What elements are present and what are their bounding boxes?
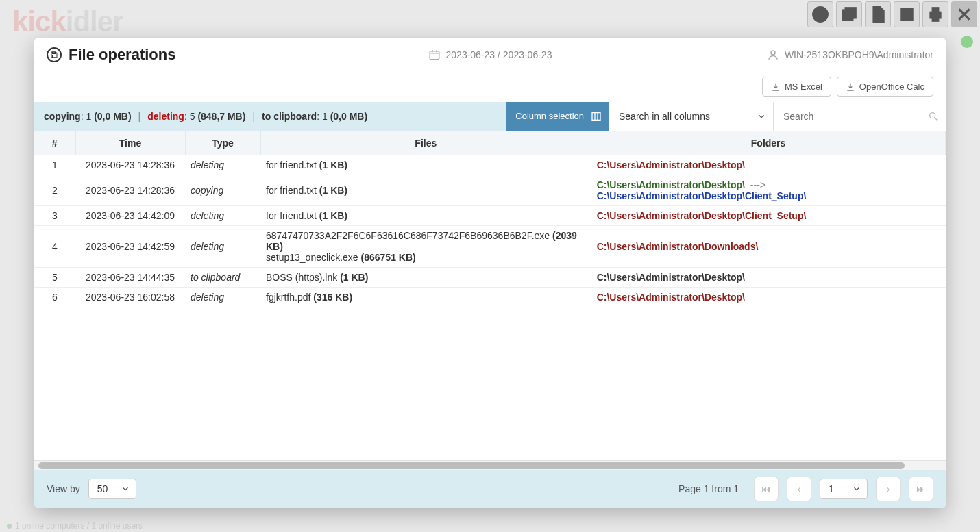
table-row[interactable]: 42023-06-23 14:42:59deleting68747470733A… (34, 226, 946, 268)
cell-files: for friend.txt (1 KB) (260, 175, 591, 206)
page-next-button[interactable]: › (876, 477, 901, 501)
online-indicator-icon (961, 36, 973, 48)
chevron-down-icon (121, 484, 130, 494)
close-icon[interactable] (951, 1, 977, 27)
status-bar-text: 1 online computers / 1 online users (7, 521, 143, 531)
search-input[interactable] (783, 111, 922, 122)
cell-folders: C:\Users\Administrator\Desktop\ (591, 268, 946, 288)
cell-type: deleting (185, 155, 260, 175)
cell-number: 2 (34, 175, 75, 206)
cell-files: BOSS (https).lnk (1 KB) (260, 268, 591, 288)
download-icon (771, 82, 781, 92)
view-by-label: View by (47, 483, 80, 494)
cell-folders: C:\Users\Administrator\Desktop\Client_Se… (591, 206, 946, 226)
cell-files: for friend.txt (1 KB) (260, 155, 591, 175)
cell-time: 2023-06-23 14:44:35 (75, 268, 185, 288)
table-scroll[interactable]: # Time Type Files Folders 12023-06-23 14… (34, 131, 946, 460)
svg-rect-13 (592, 113, 600, 121)
print-icon[interactable] (922, 1, 948, 27)
table-row[interactable]: 52023-06-23 14:44:35to clipboardBOSS (ht… (34, 268, 946, 288)
cell-folders: C:\Users\Administrator\Desktop\ ---> C:\… (591, 175, 946, 206)
svg-point-1 (820, 18, 821, 20)
cell-type: to clipboard (185, 268, 260, 288)
export-bar: MS Excel OpenOffice Calc (34, 71, 946, 102)
col-type[interactable]: Type (185, 131, 260, 155)
cell-files: 68747470733A2F2F6C6F63616C686F73742F6B69… (260, 226, 591, 268)
export-openoffice-button[interactable]: OpenOffice Calc (837, 77, 933, 97)
cell-time: 2023-06-23 14:28:36 (75, 175, 185, 206)
page-title: File operations (69, 46, 175, 64)
horizontal-scrollbar[interactable] (34, 460, 946, 470)
svg-rect-11 (430, 51, 439, 60)
cell-number: 3 (34, 206, 75, 226)
app-logo: kickidler (12, 5, 123, 38)
user-icon (767, 49, 779, 61)
window-icon[interactable] (836, 1, 862, 27)
table-row[interactable]: 62023-06-23 16:02:58deletingfgjkrtfh.pdf… (34, 288, 946, 307)
svg-rect-8 (933, 16, 939, 21)
pdf-icon[interactable]: PDF (865, 1, 891, 27)
search-scope-select[interactable]: Search in all columns (609, 102, 773, 131)
cell-folders: C:\Users\Administrator\Desktop\ (591, 288, 946, 307)
table-row[interactable]: 22023-06-23 14:28:36copyingfor friend.tx… (34, 175, 946, 206)
cell-type: deleting (185, 288, 260, 307)
cell-time: 2023-06-23 14:28:36 (75, 155, 185, 175)
cell-number: 5 (34, 268, 75, 288)
cell-type: deleting (185, 226, 260, 268)
help-icon[interactable] (807, 1, 833, 27)
col-time[interactable]: Time (75, 131, 185, 155)
page-select[interactable]: 1 (820, 479, 868, 499)
cell-number: 6 (34, 288, 75, 307)
cell-number: 1 (34, 155, 75, 175)
window-toolbar: PDF (807, 1, 977, 27)
cell-files: for friend.txt (1 KB) (260, 206, 591, 226)
cell-folders: C:\Users\Administrator\Downloads\ (591, 226, 946, 268)
search-field (773, 102, 946, 131)
calendar-icon (428, 49, 441, 61)
col-files[interactable]: Files (260, 131, 591, 155)
page-first-button[interactable]: ⏮ (754, 477, 779, 501)
svg-rect-7 (933, 8, 939, 12)
date-range-label: 2023-06-23 / 2023-06-23 (446, 49, 552, 60)
svg-rect-3 (846, 8, 856, 18)
column-selection-button[interactable]: Column selection (506, 102, 609, 131)
svg-text:PDF: PDF (875, 14, 884, 18)
cell-number: 4 (34, 226, 75, 268)
cell-type: deleting (185, 206, 260, 226)
svg-point-14 (930, 113, 935, 118)
file-operations-panel: File operations 2023-06-23 / 2023-06-23 … (34, 38, 946, 508)
table-row[interactable]: 12023-06-23 14:28:36deletingfor friend.t… (34, 155, 946, 175)
file-ops-table: # Time Type Files Folders 12023-06-23 14… (34, 131, 946, 307)
search-icon (928, 111, 939, 122)
col-folders[interactable]: Folders (591, 131, 946, 155)
columns-icon (591, 111, 602, 122)
cell-files: fgjkrtfh.pdf (316 KB) (260, 288, 591, 307)
page-last-button[interactable]: ⏭ (909, 477, 933, 501)
cell-time: 2023-06-23 14:42:59 (75, 226, 185, 268)
user-label: WIN-2513OKBPOH9\Administrator (785, 49, 933, 60)
svg-rect-9 (53, 52, 56, 54)
chevron-down-icon (757, 112, 766, 121)
user-info: WIN-2513OKBPOH9\Administrator (638, 49, 933, 61)
cell-time: 2023-06-23 16:02:58 (75, 288, 185, 307)
zip-icon[interactable] (894, 1, 920, 27)
chevron-down-icon (852, 484, 861, 494)
save-disk-icon (47, 47, 62, 62)
panel-footer: View by 50 Page 1 from 1 ⏮ ‹ 1 › ⏭ (34, 470, 946, 508)
export-ms-excel-button[interactable]: MS Excel (762, 77, 831, 97)
page-label: Page 1 from 1 (678, 483, 739, 494)
col-number[interactable]: # (34, 131, 75, 155)
page-prev-button[interactable]: ‹ (787, 477, 811, 501)
cell-time: 2023-06-23 14:42:09 (75, 206, 185, 226)
summary-stats: copying: 1 (0,0 MB) | deleting: 5 (848,7… (44, 102, 506, 131)
cell-folders: C:\Users\Administrator\Desktop\ (591, 155, 946, 175)
download-icon (846, 82, 855, 92)
rows-per-page-select[interactable]: 50 (88, 479, 136, 499)
svg-rect-10 (53, 55, 56, 58)
svg-point-12 (771, 51, 775, 55)
summary-bar: copying: 1 (0,0 MB) | deleting: 5 (848,7… (34, 102, 946, 131)
date-range[interactable]: 2023-06-23 / 2023-06-23 (342, 49, 637, 61)
panel-header: File operations 2023-06-23 / 2023-06-23 … (34, 38, 946, 71)
table-row[interactable]: 32023-06-23 14:42:09deletingfor friend.t… (34, 206, 946, 226)
cell-type: copying (185, 175, 260, 206)
